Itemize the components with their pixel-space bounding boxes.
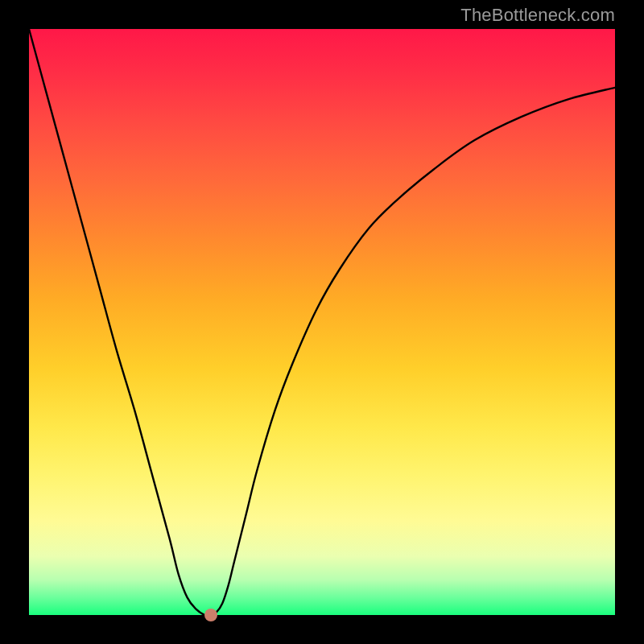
plot-area — [29, 29, 615, 615]
minimum-marker — [204, 609, 217, 621]
watermark-text: TheBottleneck.com — [460, 5, 615, 26]
chart-frame: TheBottleneck.com — [0, 0, 644, 644]
bottleneck-curve — [29, 29, 615, 615]
curve-svg — [29, 29, 615, 615]
